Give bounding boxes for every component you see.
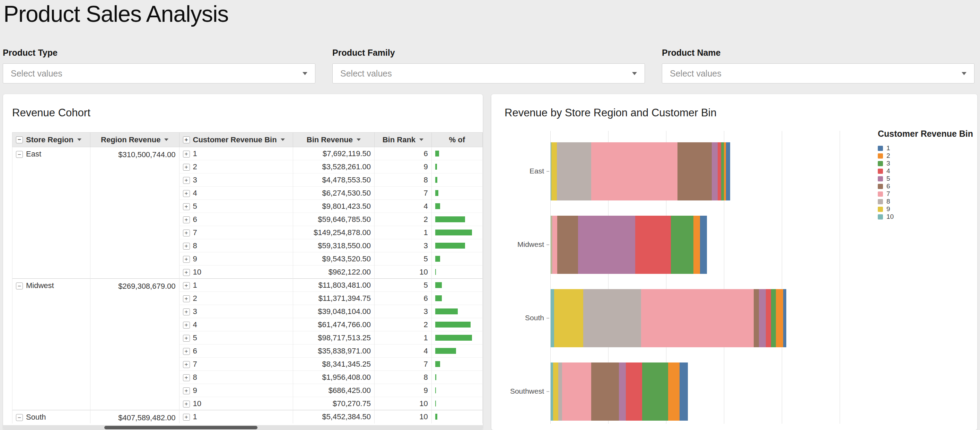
expand-icon[interactable]: +	[183, 348, 190, 355]
column-header-store-region[interactable]: −Store Region	[13, 133, 91, 147]
bin-rank-cell: 7	[375, 187, 432, 200]
expand-icon[interactable]: +	[183, 203, 190, 210]
bin-cell: +9	[179, 252, 293, 265]
expand-icon[interactable]: +	[183, 401, 190, 408]
chart-segment-bin-7[interactable]	[562, 362, 591, 420]
dashboard-body: Revenue Cohort −Store RegionRegion Reven…	[3, 94, 977, 430]
chart-segment-bin-3[interactable]	[671, 216, 694, 274]
legend-item[interactable]: 5	[878, 175, 973, 182]
column-header-bin-rank[interactable]: Bin Rank	[375, 133, 432, 147]
expand-icon[interactable]: +	[183, 295, 190, 302]
chart-segment-bin-3[interactable]	[771, 289, 776, 347]
expand-icon[interactable]: +	[183, 387, 190, 394]
bin-revenue-cell: $149,254,878.00	[293, 226, 374, 239]
expand-icon[interactable]: +	[183, 177, 190, 184]
chart-segment-bin-7[interactable]	[641, 289, 754, 347]
chart-segment-bin-7[interactable]	[591, 142, 678, 200]
sort-caret-icon[interactable]	[281, 138, 285, 141]
legend-label: 6	[886, 182, 890, 190]
chart-segment-bin-4[interactable]	[766, 289, 771, 347]
product-name-select[interactable]: Select values	[662, 63, 974, 83]
sort-caret-icon[interactable]	[77, 138, 81, 141]
chart-segment-bin-8[interactable]	[557, 142, 591, 200]
legend-item[interactable]: 10	[878, 213, 973, 221]
expand-all-icon[interactable]: +	[183, 136, 190, 143]
revenue-chart-card: Revenue by Store Region and Customer Bin…	[492, 94, 977, 430]
chart-segment-bin-4[interactable]	[626, 362, 642, 420]
sort-caret-icon[interactable]	[356, 138, 361, 141]
expand-icon[interactable]: +	[183, 151, 190, 157]
chart-segment-bin-5[interactable]	[712, 142, 718, 200]
chart-segment-bin-2[interactable]	[776, 289, 784, 347]
chart-segment-bin-1[interactable]	[679, 362, 687, 420]
collapse-icon[interactable]: −	[16, 414, 23, 421]
chart-segment-bin-4[interactable]	[635, 216, 671, 274]
chart-segment-bin-4[interactable]	[718, 142, 721, 200]
chart-segment-bin-1[interactable]	[700, 216, 707, 274]
bin-cell: +4	[179, 318, 293, 331]
sort-caret-icon[interactable]	[419, 138, 423, 141]
chart-segment-bin-8[interactable]	[583, 289, 641, 347]
expand-icon[interactable]: +	[183, 190, 190, 197]
column-header-bin-revenue[interactable]: Bin Revenue	[293, 133, 374, 147]
table-row: −Midwest$269,308,679.00+1$11,803,481.005	[13, 279, 483, 292]
expand-icon[interactable]: +	[183, 361, 190, 368]
chart-segment-bin-6[interactable]	[591, 362, 619, 420]
bin-rank-cell: 4	[375, 344, 432, 358]
expand-icon[interactable]: +	[183, 216, 190, 223]
legend-item[interactable]: 3	[878, 160, 973, 167]
chart-segment-bin-1[interactable]	[726, 142, 730, 200]
product-family-select[interactable]: Select values	[332, 63, 645, 83]
collapse-icon[interactable]: −	[16, 282, 23, 289]
column-header-region-revenue[interactable]: Region Revenue	[90, 133, 179, 147]
chart-segment-bin-9[interactable]	[551, 142, 557, 200]
chart-segment-bin-2[interactable]	[694, 216, 700, 274]
chart-segment-bin-7[interactable]	[552, 216, 557, 274]
legend-item[interactable]: 7	[878, 190, 973, 198]
bin-cell: +3	[179, 305, 293, 318]
expand-icon[interactable]: +	[183, 256, 190, 263]
legend-item[interactable]: 1	[878, 144, 973, 152]
legend-item[interactable]: 4	[878, 167, 973, 175]
chart-segment-bin-6[interactable]	[754, 289, 759, 347]
collapse-all-icon[interactable]: −	[16, 136, 23, 143]
select-placeholder: Select values	[340, 68, 392, 79]
collapse-icon[interactable]: −	[16, 151, 23, 158]
expand-icon[interactable]: +	[183, 282, 190, 289]
scrollbar-thumb[interactable]	[104, 426, 258, 429]
chart-segment-bin-5[interactable]	[578, 216, 635, 274]
product-type-select[interactable]: Select values	[3, 63, 315, 83]
chart-segment-bin-1[interactable]	[783, 289, 786, 347]
chart-segment-bin-6[interactable]	[557, 216, 578, 274]
expand-icon[interactable]: +	[183, 269, 190, 276]
legend-item[interactable]: 8	[878, 198, 973, 205]
legend-item[interactable]: 6	[878, 182, 973, 190]
column-header-customer-revenue-bin[interactable]: +Customer Revenue Bin	[179, 133, 293, 147]
chart-segment-bin-2[interactable]	[668, 362, 679, 420]
legend-item[interactable]: 2	[878, 152, 973, 160]
sort-caret-icon[interactable]	[164, 138, 169, 141]
chart-segment-bin-3[interactable]	[721, 142, 724, 200]
chart-segment-bin-5[interactable]	[619, 362, 626, 420]
horizontal-scrollbar[interactable]	[3, 425, 483, 430]
chart-segment-bin-10[interactable]	[550, 289, 554, 347]
expand-icon[interactable]: +	[183, 164, 190, 171]
legend-item[interactable]: 9	[878, 205, 973, 213]
expand-icon[interactable]: +	[183, 243, 190, 250]
table-row: −South$407,589,482.00+1$5,452,384.5010	[13, 410, 483, 424]
expand-icon[interactable]: +	[183, 230, 190, 236]
expand-icon[interactable]: +	[183, 335, 190, 342]
expand-icon[interactable]: +	[183, 414, 190, 420]
expand-icon[interactable]: +	[183, 308, 190, 316]
chart-segment-bin-3[interactable]	[642, 362, 668, 420]
column-header-pct-of[interactable]: % of	[431, 133, 482, 147]
chart-segment-bin-10[interactable]	[550, 362, 553, 420]
chart-segment-bin-8[interactable]	[558, 362, 562, 420]
expand-icon[interactable]: +	[183, 374, 190, 381]
chart-segment-bin-5[interactable]	[759, 289, 766, 347]
bin-cell: +10	[179, 397, 293, 410]
chart-segment-bin-9[interactable]	[553, 362, 558, 420]
chart-segment-bin-9[interactable]	[554, 289, 583, 347]
chart-segment-bin-6[interactable]	[678, 142, 712, 200]
expand-icon[interactable]: +	[183, 322, 190, 328]
